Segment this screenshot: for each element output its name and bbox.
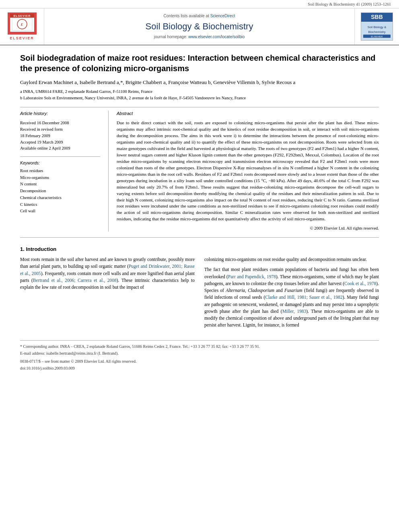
ref-carrera: Carrera et al., 2008 xyxy=(78,278,117,283)
journal-header-bar: Soil Biology & Biochemistry 41 (2009) 12… xyxy=(0,0,399,8)
abstract-heading: Abstract xyxy=(117,111,379,117)
journal-homepage-link[interactable]: www.elsevier.com/locate/soilbio xyxy=(188,35,245,39)
article-title: Soil biodegradation of maize root residu… xyxy=(20,53,379,74)
keyword-4: Decomposition xyxy=(20,188,100,195)
elsevier-logo-area: ELSEVIER E ELSEVIER xyxy=(0,8,44,45)
body-col2-p2: The fact that most plant residues contai… xyxy=(204,266,379,329)
ref-parr: Parr and Papendick, 1978 xyxy=(228,274,276,279)
article-info-col: Article history: Received 16 December 20… xyxy=(20,111,109,232)
article-info-heading: Article history: xyxy=(20,111,100,117)
divider-body xyxy=(20,237,379,238)
affiliation-2: b Laboratoire Sols et Environnement, Nan… xyxy=(20,95,379,101)
elsevier-header: ELSEVIER E ELSEVIER Contents lists avail… xyxy=(0,8,399,45)
abstract-text: Due to their direct contact with the soi… xyxy=(117,120,379,222)
body-col-left: Most roots remain in the soil after harv… xyxy=(20,256,195,332)
elsevier-logo-box: ELSEVIER E xyxy=(8,12,37,35)
elsevier-text-label: ELSEVIER xyxy=(10,36,34,41)
article-footer: * Corresponding author. INRA – CREA, 2 e… xyxy=(20,340,379,371)
keyword-7: Cell wall xyxy=(20,208,100,215)
available-line: Available online 2 April 2009 xyxy=(20,145,100,152)
body-content: 1. Introduction Most roots remain in the… xyxy=(20,246,379,332)
body-col2-p1: colonizing micro-organisms on root resid… xyxy=(204,256,379,263)
footer-doi: doi:10.1016/j.soilbio.2009.03.009 xyxy=(20,366,379,371)
footnote-email: E-mail address: isabelle.bertrand@reims.… xyxy=(20,351,379,356)
species-fusarium: Fusarium xyxy=(284,288,302,293)
sciencedirect-line: Contents lists available at ScienceDirec… xyxy=(164,13,235,19)
journal-main-title: Soil Biology & Biochemistry xyxy=(146,21,253,33)
ref-sauer: Sauer et al., 1982 xyxy=(309,295,343,300)
keyword-3: N content xyxy=(20,181,100,188)
divider-keywords xyxy=(20,156,100,157)
divider-top xyxy=(20,107,379,107)
two-col-body: Most roots remain in the soil after harv… xyxy=(20,256,379,332)
journal-logo-area: SBB Soil Biology & Biochemistry ELSEVIER xyxy=(355,8,399,45)
authors-text: Gaylord Erwan Machinet a, Isabelle Bertr… xyxy=(20,79,295,85)
revised-label: Received in revised form xyxy=(20,126,100,133)
ref-miller: Miller, 1983 xyxy=(282,309,306,314)
article-info-abstract-layout: Article history: Received 16 December 20… xyxy=(20,111,379,232)
article-content: Soil biodegradation of maize root residu… xyxy=(0,45,399,380)
journal-title-center: Contents lists available at ScienceDirec… xyxy=(44,8,355,45)
ref-bertrand: Bertrand et al., 2006; xyxy=(33,278,76,283)
copyright-line: © 2009 Elsevier Ltd. All rights reserved… xyxy=(117,226,379,232)
keywords-heading: Keywords: xyxy=(20,160,100,166)
species-alternaria: Alternaria xyxy=(226,288,245,293)
affiliations: a INRA, UMR614 FARE, 2 esplanade Roland … xyxy=(20,89,379,101)
sbb-logo: SBB Soil Biology & Biochemistry ELSEVIER xyxy=(361,12,393,41)
keyword-5: Chemical characteristics xyxy=(20,195,100,201)
authors-line: Gaylord Erwan Machinet a, Isabelle Bertr… xyxy=(20,78,379,86)
footer-issn: 0038-0717/$ – see front matter © 2009 El… xyxy=(20,359,379,364)
abstract-col: Abstract Due to their direct contact wit… xyxy=(109,111,379,232)
body-col-right: colonizing micro-organisms on root resid… xyxy=(204,256,379,332)
svg-text:Biochemistry: Biochemistry xyxy=(368,30,386,34)
section1-title: 1. Introduction xyxy=(20,246,379,253)
revised-date: 18 February 2009 xyxy=(20,133,100,139)
svg-text:ELSEVIER: ELSEVIER xyxy=(13,14,31,17)
journal-homepage-line: journal homepage: www.elsevier.com/locat… xyxy=(154,34,245,40)
journal-reference: Soil Biology & Biochemistry 41 (2009) 12… xyxy=(308,2,391,6)
ref-puget: Puget and Drinkwater, 2001; xyxy=(129,264,183,269)
species-cladosporium: Cladosporium xyxy=(248,288,274,293)
affiliation-1: a INRA, UMR614 FARE, 2 esplanade Roland … xyxy=(20,89,379,95)
keyword-6: C kinetics xyxy=(20,201,100,208)
svg-text:ELSEVIER: ELSEVIER xyxy=(371,35,383,38)
sciencedirect-link[interactable]: ScienceDirect xyxy=(210,14,235,18)
contents-available-text: Contents lists available at xyxy=(164,14,209,18)
keyword-2: Micro-organisms xyxy=(20,175,100,181)
keyword-1: Root residues xyxy=(20,168,100,175)
body-col1-p1: Most roots remain in the soil after harv… xyxy=(20,256,195,291)
ref-cook: Cook et al., 1978 xyxy=(344,281,376,286)
received-line: Received 16 December 2008 xyxy=(20,120,100,126)
article-history: Received 16 December 2008 Received in re… xyxy=(20,120,100,152)
svg-text:SBB: SBB xyxy=(371,14,383,20)
svg-text:Soil Biology &: Soil Biology & xyxy=(368,25,386,29)
keywords-section: Keywords: Root residues Micro-organisms … xyxy=(20,160,100,215)
svg-text:E: E xyxy=(20,23,23,27)
ref-clarke: Clarke and Hill, 1981; xyxy=(265,295,308,300)
footnote-corresponding: * Corresponding author. INRA – CREA, 2 e… xyxy=(20,344,379,349)
accepted-line: Accepted 19 March 2009 xyxy=(20,139,100,146)
page-wrapper: Soil Biology & Biochemistry 41 (2009) 12… xyxy=(0,0,399,380)
